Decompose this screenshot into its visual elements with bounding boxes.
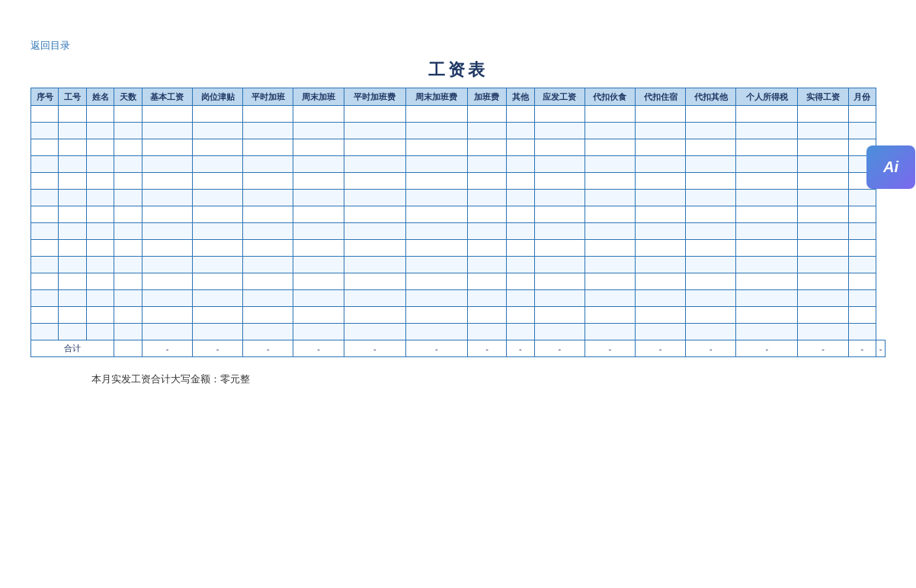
table-cell [114, 123, 142, 139]
ai-label: Ai [883, 158, 898, 176]
table-cell [636, 257, 686, 273]
total-value: - [293, 340, 344, 357]
table-cell [405, 257, 467, 273]
table-cell [31, 257, 59, 273]
table-cell [59, 290, 86, 307]
table-row [31, 307, 886, 324]
table-cell [736, 156, 798, 173]
salary-table: 序号 工号 姓名 天数 基本工资 岗位津贴 平时加班 周末加班 平时加班费 周末… [30, 88, 886, 357]
col-deduct-food: 代扣伙食 [585, 88, 635, 106]
table-cell [114, 273, 142, 290]
col-base-salary: 基本工资 [142, 88, 192, 106]
table-cell [405, 290, 467, 307]
table-cell [798, 240, 848, 257]
table-cell [142, 240, 192, 257]
table-cell [534, 173, 585, 190]
table-cell [405, 123, 467, 139]
table-cell [293, 139, 344, 156]
total-value: - [243, 340, 293, 357]
table-cell [848, 240, 876, 257]
table-cell [193, 123, 243, 139]
table-cell [31, 173, 59, 190]
table-cell [585, 156, 635, 173]
table-cell [142, 206, 192, 223]
table-cell [344, 307, 405, 324]
table-cell [686, 324, 736, 340]
table-cell [193, 240, 243, 257]
table-cell [798, 273, 848, 290]
back-link[interactable]: 返回目录 [30, 39, 70, 53]
table-row [31, 139, 886, 156]
table-cell [193, 106, 243, 123]
table-cell [31, 139, 59, 156]
table-cell [193, 324, 243, 340]
table-cell [534, 240, 585, 257]
table-cell [636, 307, 686, 324]
table-cell [736, 324, 798, 340]
table-cell [405, 240, 467, 257]
table-cell [585, 190, 635, 206]
table-cell [344, 257, 405, 273]
table-cell [686, 206, 736, 223]
table-cell [114, 307, 142, 324]
table-cell [59, 106, 86, 123]
table-cell [736, 190, 798, 206]
table-cell [293, 273, 344, 290]
table-cell [686, 139, 736, 156]
table-cell [142, 173, 192, 190]
table-cell [86, 273, 114, 290]
table-cell [848, 190, 876, 206]
table-cell [31, 240, 59, 257]
table-row [31, 156, 886, 173]
table-cell [636, 123, 686, 139]
table-cell [193, 139, 243, 156]
total-value: - [736, 340, 798, 357]
table-cell [507, 173, 534, 190]
table-cell [736, 257, 798, 273]
table-cell [243, 156, 293, 173]
table-cell [848, 223, 876, 240]
table-cell [31, 106, 59, 123]
table-cell [243, 173, 293, 190]
table-row [31, 106, 886, 123]
table-cell [86, 290, 114, 307]
table-cell [193, 307, 243, 324]
table-cell [405, 307, 467, 324]
table-cell [534, 106, 585, 123]
table-cell [636, 190, 686, 206]
table-cell [142, 257, 192, 273]
table-cell [243, 206, 293, 223]
table-cell [636, 206, 686, 223]
table-cell [293, 173, 344, 190]
col-month: 月份 [848, 88, 876, 106]
col-net-salary: 实得工资 [798, 88, 848, 106]
table-cell [467, 324, 506, 340]
table-cell [193, 257, 243, 273]
table-cell [31, 273, 59, 290]
table-cell [534, 257, 585, 273]
table-cell [142, 324, 192, 340]
table-row [31, 273, 886, 290]
table-cell [293, 206, 344, 223]
table-cell [293, 257, 344, 273]
table-cell [86, 173, 114, 190]
table-cell [534, 324, 585, 340]
table-cell [636, 156, 686, 173]
table-cell [114, 240, 142, 257]
total-value: - [585, 340, 635, 357]
total-days [114, 340, 142, 357]
table-cell [31, 324, 59, 340]
table-cell [193, 156, 243, 173]
table-cell [848, 324, 876, 340]
table-cell [467, 257, 506, 273]
table-cell [59, 307, 86, 324]
table-cell [507, 324, 534, 340]
table-cell [31, 156, 59, 173]
table-cell [534, 206, 585, 223]
table-cell [736, 307, 798, 324]
table-cell [142, 139, 192, 156]
table-cell [59, 173, 86, 190]
table-row [31, 173, 886, 190]
table-cell [736, 290, 798, 307]
col-id: 工号 [59, 88, 86, 106]
